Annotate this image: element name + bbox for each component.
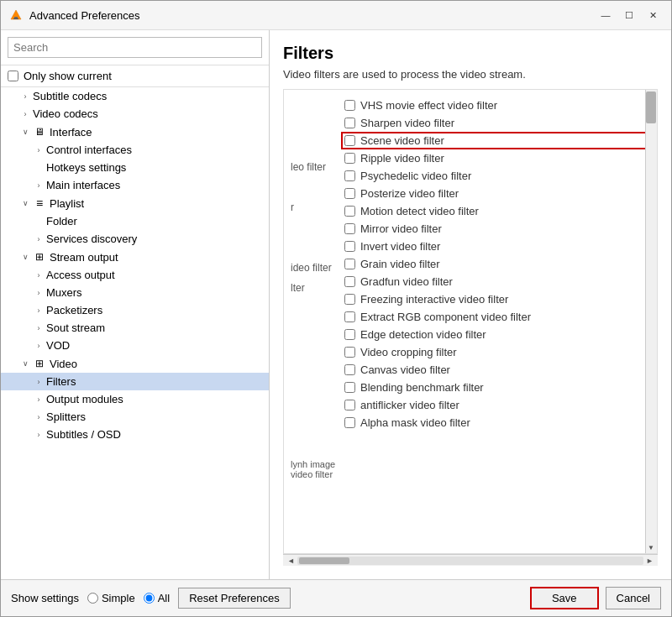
filter-checkbox-ripple[interactable] xyxy=(344,153,355,164)
tree-item-output-modules[interactable]: › Output modules xyxy=(1,390,269,408)
filter-checkbox-blending[interactable] xyxy=(344,382,355,393)
filter-checkbox-sharpen[interactable] xyxy=(344,118,355,128)
tree-item-main-interfaces[interactable]: › Main interfaces xyxy=(1,176,269,194)
filter-checkbox-freezing[interactable] xyxy=(344,294,355,305)
stream-output-icon: ⊞ xyxy=(33,250,46,264)
tree-item-video[interactable]: ∨ ⊞ Video xyxy=(1,354,269,373)
filter-row-gradfun: Gradfun video filter xyxy=(341,273,650,290)
reset-preferences-button[interactable]: Reset Preferences xyxy=(178,588,291,609)
tree-item-video-codecs[interactable]: › Video codecs xyxy=(1,105,269,123)
filter-label-antiflicker: antiflicker video filter xyxy=(360,399,459,411)
tree-item-interface[interactable]: ∨ 🖥 Interface xyxy=(1,123,269,141)
tree-item-muxers[interactable]: › Muxers xyxy=(1,284,269,301)
hscroll-right-arrow[interactable]: ► xyxy=(643,557,656,565)
filter-checkbox-posterize[interactable] xyxy=(344,188,355,199)
close-button[interactable]: ✕ xyxy=(643,6,663,24)
filter-label-posterize: Posterize video filter xyxy=(360,187,459,200)
only-show-current-checkbox[interactable] xyxy=(8,71,18,81)
tree-label: Playlist xyxy=(50,197,84,210)
hscroll-track[interactable] xyxy=(297,557,643,565)
filter-checkbox-gradfun[interactable] xyxy=(344,276,355,287)
minimize-button[interactable]: — xyxy=(596,6,616,24)
filter-label-ripple: Ripple video filter xyxy=(360,152,444,165)
filter-checkbox-edge-detection[interactable] xyxy=(344,329,355,340)
chevron-icon: › xyxy=(33,269,45,281)
filter-row-edge-detection: Edge detection video filter xyxy=(341,326,650,343)
filter-checkbox-motion-detect[interactable] xyxy=(344,206,355,217)
partial-label-empty1 xyxy=(291,97,341,117)
maximize-button[interactable]: ☐ xyxy=(619,6,639,24)
partial-label-ideo: ideo filter xyxy=(291,258,341,278)
filter-label-vhs: VHS movie effect video filter xyxy=(360,99,497,112)
filter-checkbox-alpha-mask[interactable] xyxy=(344,417,355,428)
radio-all-input[interactable] xyxy=(144,593,155,604)
filter-checkbox-grain[interactable] xyxy=(344,259,355,269)
filter-checkbox-video-cropping[interactable] xyxy=(344,347,355,358)
partial-label-leo: leo filter xyxy=(291,157,341,177)
show-settings: Show settings Simple All Reset Preferenc… xyxy=(11,588,291,609)
tree-item-subtitle-codecs[interactable]: › Subtitle codecs xyxy=(1,87,269,105)
filters-vscrollbar[interactable]: ▼ xyxy=(645,90,657,553)
radio-simple-input[interactable] xyxy=(87,593,98,604)
svg-rect-2 xyxy=(13,18,18,19)
hscroll-bar: ◄ ► xyxy=(283,554,658,566)
search-box xyxy=(1,30,269,65)
search-input[interactable] xyxy=(8,37,262,58)
tree-item-control-interfaces[interactable]: › Control interfaces xyxy=(1,141,269,159)
video-icon: ⊞ xyxy=(33,357,46,370)
tree-label: Services discovery xyxy=(46,233,137,245)
partial-label-empty12 xyxy=(291,399,341,419)
filter-checkbox-mirror[interactable] xyxy=(344,223,355,234)
bottom-bar: Show settings Simple All Reset Preferenc… xyxy=(1,579,671,616)
filter-row-blending: Blending benchmark filter xyxy=(341,379,650,396)
filter-label-motion-detect: Motion detect video filter xyxy=(360,205,479,217)
filter-label-alpha-mask: Alpha mask video filter xyxy=(360,416,470,429)
tree-item-services-discovery[interactable]: › Services discovery xyxy=(1,230,269,248)
filter-row-sharpen: Sharpen video filter xyxy=(341,114,650,132)
filter-row-canvas: Canvas video filter xyxy=(341,361,650,379)
filter-row-posterize: Posterize video filter xyxy=(341,185,650,202)
tree-item-filters[interactable]: › Filters xyxy=(1,373,269,390)
filter-checkbox-vhs[interactable] xyxy=(344,100,355,111)
filter-checkbox-invert[interactable] xyxy=(344,241,355,252)
left-panel: Only show current › Subtitle codecs › Vi… xyxy=(1,30,270,579)
tree-item-hotkeys-settings[interactable]: › Hotkeys settings xyxy=(1,159,269,176)
bottom-right-buttons: Save Cancel xyxy=(530,587,661,609)
chevron-icon: › xyxy=(33,233,45,245)
filter-checkbox-canvas[interactable] xyxy=(344,364,355,375)
partial-label-empty7 xyxy=(291,298,341,318)
filter-row-psychedelic: Psychedelic video filter xyxy=(341,167,650,185)
titlebar-controls: — ☐ ✕ xyxy=(596,6,663,24)
tree-item-packetizers[interactable]: › Packetizers xyxy=(1,301,269,319)
chevron-icon: › xyxy=(33,429,45,441)
filter-label-invert: Invert video filter xyxy=(360,240,440,253)
filter-checkbox-extract-rgb[interactable] xyxy=(344,311,355,322)
save-button[interactable]: Save xyxy=(530,587,599,609)
tree-label: Interface xyxy=(50,126,92,139)
filter-checkbox-psychedelic[interactable] xyxy=(344,170,355,181)
panel-description: Video filters are used to process the vi… xyxy=(283,68,658,81)
tree-item-access-output[interactable]: › Access output xyxy=(1,266,269,284)
tree-item-vod[interactable]: › VOD xyxy=(1,337,269,354)
tree-item-splitters[interactable]: › Splitters xyxy=(1,408,269,426)
hscroll-left-arrow[interactable]: ◄ xyxy=(285,557,297,565)
chevron-icon: › xyxy=(33,340,45,352)
radio-simple-label: Simple xyxy=(102,592,135,604)
advanced-preferences-window: Advanced Preferences — ☐ ✕ Only show cur… xyxy=(0,0,672,617)
vscroll-down-arrow[interactable]: ▼ xyxy=(645,541,657,553)
filter-checkbox-scene[interactable] xyxy=(344,135,355,146)
tree-item-playlist[interactable]: ∨ ≡ Playlist xyxy=(1,194,269,212)
hscroll-thumb[interactable] xyxy=(299,557,349,564)
cancel-button[interactable]: Cancel xyxy=(606,587,661,609)
filter-row-extract-rgb: Extract RGB component video filter xyxy=(341,308,650,326)
filter-checkbox-antiflicker[interactable] xyxy=(344,400,355,410)
filters-vscrollbar-thumb[interactable] xyxy=(646,92,656,123)
tree-item-folder[interactable]: › Folder xyxy=(1,212,269,230)
filter-row-mirror: Mirror video filter xyxy=(341,220,650,238)
filter-label-gradfun: Gradfun video filter xyxy=(360,275,453,288)
filter-row-freezing: Freezing interactive video filter xyxy=(341,290,650,308)
tree-item-subtitles-osd[interactable]: › Subtitles / OSD xyxy=(1,426,269,443)
filter-label-freezing: Freezing interactive video filter xyxy=(360,293,508,306)
tree-item-stream-output[interactable]: ∨ ⊞ Stream output xyxy=(1,248,269,266)
tree-item-sout-stream[interactable]: › Sout stream xyxy=(1,319,269,337)
